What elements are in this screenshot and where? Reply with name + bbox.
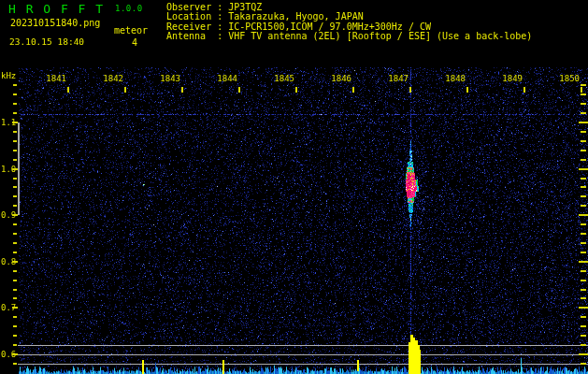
output-file-name: 202310151840.png [10, 19, 100, 28]
mode-label: meteor [114, 26, 148, 36]
station-info-block: Observer : JP3TQZ Location : Takarazuka,… [166, 3, 532, 42]
app-title: H R O F F T [8, 3, 105, 15]
meteor-echo-count: 4 [132, 38, 137, 48]
y-axis-unit-label: kHz [1, 72, 16, 80]
antenna-line: Antenna : VHF TV antenna (2EL) [Rooftop … [166, 32, 532, 41]
app-version: 1.0.0 [115, 5, 143, 13]
spectrogram-canvas [0, 0, 588, 374]
observation-datetime: 23.10.15 18:40 [9, 37, 84, 47]
hrofft-spectrogram-window: H R O F F T 1.0.0 202310151840.png meteo… [0, 0, 588, 374]
